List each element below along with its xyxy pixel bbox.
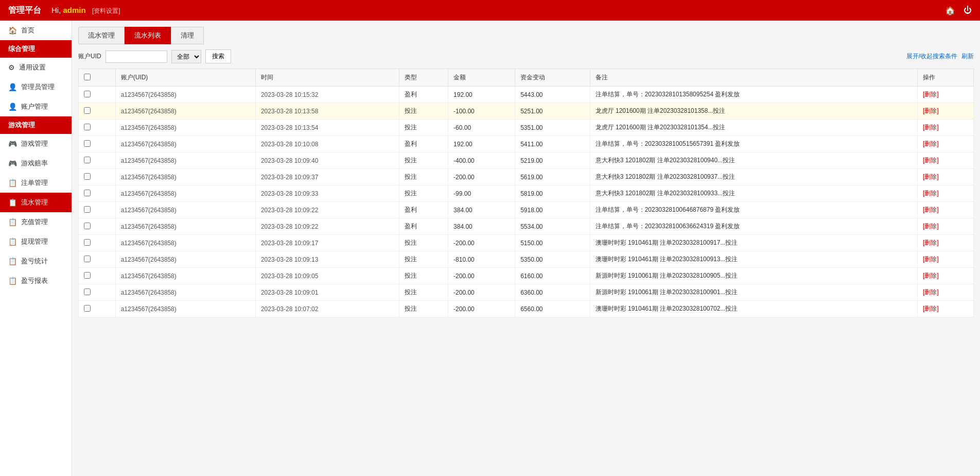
sidebar-item-flow-management[interactable]: 📋流水管理 xyxy=(0,193,72,212)
row-uid: a1234567(2643858) xyxy=(115,136,255,152)
sidebar-item-admin-management[interactable]: 👤管理员管理 xyxy=(0,77,72,97)
row-select-checkbox[interactable] xyxy=(84,272,91,279)
delete-link[interactable]: [删除] xyxy=(923,305,939,312)
row-balance: 5534.00 xyxy=(515,218,590,235)
select-all-checkbox[interactable] xyxy=(84,74,91,80)
row-action[interactable]: [删除] xyxy=(918,218,974,235)
flow-list-tab[interactable]: 流水列表 xyxy=(125,27,171,44)
row-action[interactable]: [删除] xyxy=(918,202,974,218)
row-remark: 澳珊时时彩 1910461期 注单20230328100917...投注 xyxy=(590,235,917,251)
row-type: 投注 xyxy=(399,152,448,169)
delete-link[interactable]: [删除] xyxy=(923,124,939,131)
expand-link[interactable]: 展开/收起搜索条件 xyxy=(906,52,957,61)
sidebar-item-general-settings[interactable]: ⚙通用设置 xyxy=(0,58,72,77)
row-balance: 6360.00 xyxy=(515,284,590,301)
row-remark: 澳珊时时彩 1910461期 注单20230328100913...投注 xyxy=(590,251,917,268)
row-action[interactable]: [删除] xyxy=(918,268,974,284)
sidebar-item-game-odds[interactable]: 🎮游戏赔率 xyxy=(0,154,72,173)
game-odds-icon: 🎮 xyxy=(8,159,17,167)
col-checkbox xyxy=(79,69,116,87)
row-checkbox xyxy=(79,301,116,317)
delete-link[interactable]: [删除] xyxy=(923,272,939,279)
row-action[interactable]: [删除] xyxy=(918,185,974,202)
table-row: a1234567(2643858) 2023-03-28 10:09:05 投注… xyxy=(79,268,974,284)
row-select-checkbox[interactable] xyxy=(84,288,91,295)
row-select-checkbox[interactable] xyxy=(84,305,91,312)
row-action[interactable]: [删除] xyxy=(918,301,974,317)
delete-link[interactable]: [删除] xyxy=(923,288,939,296)
sidebar-item-home[interactable]: 🏠首页 xyxy=(0,21,72,40)
delete-link[interactable]: [删除] xyxy=(923,107,939,114)
power-icon[interactable]: ⏻ xyxy=(964,6,972,15)
table-row: a1234567(2643858) 2023-03-28 10:09:22 盈利… xyxy=(79,218,974,235)
sidebar-item-account-management[interactable]: 👤账户管理 xyxy=(0,97,72,116)
row-select-checkbox[interactable] xyxy=(84,256,91,262)
row-amount: 192.00 xyxy=(448,136,515,152)
row-time: 2023-03-28 10:09:22 xyxy=(255,218,399,235)
search-button[interactable]: 搜索 xyxy=(205,49,231,63)
sidebar-item-profit-stats[interactable]: 📋盈亏统计 xyxy=(0,251,72,271)
row-action[interactable]: [删除] xyxy=(918,152,974,169)
delete-link[interactable]: [删除] xyxy=(923,140,939,147)
delete-link[interactable]: [删除] xyxy=(923,157,939,164)
row-select-checkbox[interactable] xyxy=(84,223,91,229)
home-icon[interactable]: 🏠 xyxy=(945,6,955,15)
row-remark: 意大利快3 1201802期 注单20230328100940...投注 xyxy=(590,152,917,169)
row-amount: 384.00 xyxy=(448,202,515,218)
delete-link[interactable]: [删除] xyxy=(923,239,939,246)
type-select[interactable]: 全部 盈利 投注 xyxy=(171,50,201,63)
sidebar-item-order-management[interactable]: 📋注单管理 xyxy=(0,173,72,193)
row-action[interactable]: [删除] xyxy=(918,136,974,152)
sidebar-item-profit-report[interactable]: 📋盈亏报表 xyxy=(0,271,72,291)
col-time: 时间 xyxy=(255,69,399,87)
table-body: a1234567(2643858) 2023-03-28 10:15:32 盈利… xyxy=(79,87,974,317)
sidebar-section-header: 游戏管理 xyxy=(0,116,72,134)
sidebar-item-recharge-management[interactable]: 📋充值管理 xyxy=(0,212,72,232)
row-remark: 澳珊时时彩 1910461期 注单20230328100702...投注 xyxy=(590,301,917,317)
delete-link[interactable]: [删除] xyxy=(923,223,939,230)
sidebar-label-flow-management: 流水管理 xyxy=(21,198,48,207)
row-action[interactable]: [删除] xyxy=(918,284,974,301)
row-time: 2023-03-28 10:13:54 xyxy=(255,120,399,136)
sidebar-item-withdraw-management[interactable]: 📋提现管理 xyxy=(0,232,72,251)
row-select-checkbox[interactable] xyxy=(84,107,91,114)
sidebar-label-order-management: 注单管理 xyxy=(21,178,48,188)
row-action[interactable]: [删除] xyxy=(918,87,974,103)
sidebar-item-game-management[interactable]: 🎮游戏管理 xyxy=(0,134,72,154)
delete-link[interactable]: [删除] xyxy=(923,206,939,213)
delete-link[interactable]: [删除] xyxy=(923,91,939,98)
row-select-checkbox[interactable] xyxy=(84,140,91,147)
delete-link[interactable]: [删除] xyxy=(923,190,939,197)
flow-mgmt-tab[interactable]: 流水管理 xyxy=(78,27,125,44)
delete-link[interactable]: [删除] xyxy=(923,256,939,263)
row-action[interactable]: [删除] xyxy=(918,169,974,185)
uid-input[interactable] xyxy=(106,50,167,63)
row-action[interactable]: [删除] xyxy=(918,103,974,120)
refresh-link[interactable]: 刷新 xyxy=(961,52,974,61)
row-balance: 5443.00 xyxy=(515,87,590,103)
row-action[interactable]: [删除] xyxy=(918,235,974,251)
row-select-checkbox[interactable] xyxy=(84,239,91,246)
row-select-checkbox[interactable] xyxy=(84,124,91,130)
delete-link[interactable]: [删除] xyxy=(923,173,939,180)
row-select-checkbox[interactable] xyxy=(84,173,91,180)
row-time: 2023-03-28 10:09:01 xyxy=(255,284,399,301)
row-action[interactable]: [删除] xyxy=(918,251,974,268)
settings-link[interactable]: [资料设置] xyxy=(92,7,120,14)
row-select-checkbox[interactable] xyxy=(84,157,91,163)
row-type: 盈利 xyxy=(399,136,448,152)
clean-tab[interactable]: 清理 xyxy=(171,27,204,44)
table-row: a1234567(2643858) 2023-03-28 10:09:22 盈利… xyxy=(79,202,974,218)
row-type: 投注 xyxy=(399,185,448,202)
row-type: 投注 xyxy=(399,301,448,317)
row-checkbox xyxy=(79,120,116,136)
col-type: 类型 xyxy=(399,69,448,87)
row-select-checkbox[interactable] xyxy=(84,91,91,97)
greeting: Hi, admin [资料设置] xyxy=(51,6,120,15)
col-amount: 金额 xyxy=(448,69,515,87)
row-action[interactable]: [删除] xyxy=(918,120,974,136)
row-checkbox xyxy=(79,268,116,284)
row-select-checkbox[interactable] xyxy=(84,190,91,196)
row-checkbox xyxy=(79,136,116,152)
row-select-checkbox[interactable] xyxy=(84,206,91,213)
